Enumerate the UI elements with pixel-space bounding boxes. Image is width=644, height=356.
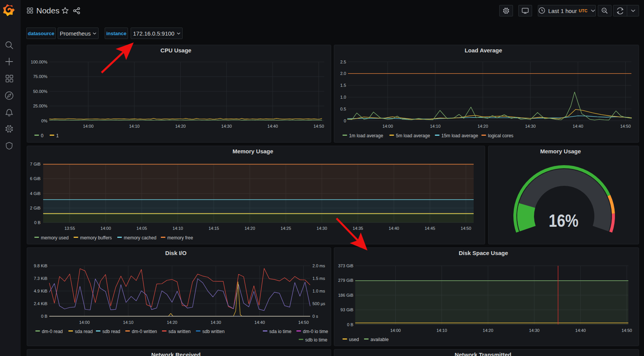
- svg-text:14:00: 14:00: [382, 124, 393, 128]
- svg-text:14:30: 14:30: [529, 328, 540, 333]
- svg-text:50.00%: 50.00%: [33, 89, 48, 94]
- svg-text:14:05: 14:05: [136, 226, 147, 231]
- svg-text:memory buffers: memory buffers: [80, 235, 112, 241]
- svg-text:14:20: 14:20: [477, 124, 488, 128]
- svg-text:14:20: 14:20: [244, 226, 255, 231]
- svg-text:14:40: 14:40: [267, 124, 278, 128]
- svg-text:14:25: 14:25: [281, 226, 291, 231]
- svg-text:sda written: sda written: [168, 329, 191, 334]
- svg-text:186 GiB: 186 GiB: [338, 293, 353, 297]
- svg-text:7 GiB: 7 GiB: [30, 162, 40, 166]
- svg-text:0%: 0%: [41, 119, 47, 123]
- svg-text:7.3 KiB: 7.3 KiB: [34, 276, 47, 281]
- svg-text:sdb written: sdb written: [202, 329, 225, 334]
- svg-text:14:40: 14:40: [575, 328, 586, 333]
- svg-text:14:30: 14:30: [525, 124, 536, 128]
- svg-text:Network Received: Network Received: [151, 351, 201, 356]
- svg-text:14:10: 14:10: [173, 226, 183, 231]
- svg-text:14:20: 14:20: [167, 320, 178, 325]
- svg-text:0.5: 0.5: [340, 107, 346, 111]
- svg-text:2 GiB: 2 GiB: [30, 206, 40, 210]
- svg-text:14:00: 14:00: [390, 328, 401, 333]
- svg-text:14:00: 14:00: [100, 226, 111, 231]
- svg-text:1.0 ms: 1.0 ms: [312, 289, 325, 293]
- svg-text:14:50: 14:50: [461, 226, 471, 231]
- svg-text:13:55: 13:55: [65, 226, 75, 231]
- svg-text:available: available: [371, 337, 389, 342]
- svg-text:sdb read: sdb read: [102, 329, 120, 334]
- svg-text:14:50: 14:50: [621, 328, 632, 333]
- svg-text:16%: 16%: [549, 210, 579, 231]
- svg-text:memory free: memory free: [167, 235, 193, 241]
- svg-text:14:45: 14:45: [425, 226, 435, 231]
- svg-text:14:00: 14:00: [83, 124, 94, 128]
- svg-text:25.00%: 25.00%: [33, 104, 48, 108]
- svg-text:14:35: 14:35: [353, 226, 363, 231]
- svg-text:14:30: 14:30: [221, 124, 232, 128]
- svg-text:Load Average: Load Average: [464, 47, 502, 54]
- svg-text:1.5: 1.5: [340, 83, 346, 88]
- svg-text:memory cached: memory cached: [124, 235, 156, 241]
- svg-text:0: 0: [41, 133, 44, 138]
- svg-text:0 B: 0 B: [34, 220, 40, 225]
- svg-text:14:20: 14:20: [483, 328, 494, 333]
- svg-text:500 µs: 500 µs: [312, 301, 325, 306]
- svg-text:279 GiB: 279 GiB: [338, 278, 353, 283]
- svg-text:Disk I/O: Disk I/O: [165, 250, 187, 256]
- svg-text:6 GiB: 6 GiB: [30, 176, 40, 181]
- svg-text:sda read: sda read: [75, 329, 93, 334]
- svg-text:14:40: 14:40: [254, 320, 265, 325]
- svg-text:14:30: 14:30: [317, 226, 327, 231]
- svg-text:93 GiB: 93 GiB: [340, 307, 353, 312]
- svg-text:1.5 ms: 1.5 ms: [312, 276, 325, 281]
- svg-text:Network Transmitted: Network Transmitted: [455, 351, 511, 356]
- svg-text:14:50: 14:50: [298, 320, 309, 325]
- svg-text:2.0: 2.0: [340, 71, 346, 76]
- svg-text:Memory Usage: Memory Usage: [233, 148, 273, 154]
- svg-text:75.00%: 75.00%: [33, 74, 48, 79]
- svg-text:14:10: 14:10: [129, 124, 140, 128]
- svg-text:100.00%: 100.00%: [31, 60, 48, 64]
- svg-text:logical cores: logical cores: [488, 133, 513, 138]
- svg-text:4.9 KiB: 4.9 KiB: [34, 289, 47, 293]
- svg-text:14:50: 14:50: [314, 124, 324, 128]
- svg-text:9.8 KiB: 9.8 KiB: [34, 263, 47, 268]
- svg-text:memory used: memory used: [41, 235, 69, 241]
- svg-text:0 s: 0 s: [312, 314, 318, 319]
- svg-text:14:00: 14:00: [79, 320, 90, 325]
- svg-text:1m load average: 1m load average: [349, 133, 383, 138]
- svg-text:15m load average: 15m load average: [442, 133, 478, 138]
- svg-text:0 B: 0 B: [41, 314, 47, 319]
- svg-text:sdb io time: sdb io time: [305, 337, 327, 343]
- svg-text:14:10: 14:10: [123, 320, 134, 325]
- svg-text:14:40: 14:40: [388, 226, 399, 231]
- svg-text:14:30: 14:30: [210, 320, 221, 325]
- svg-text:dm-0 read: dm-0 read: [42, 329, 63, 334]
- svg-text:14:40: 14:40: [573, 124, 583, 128]
- svg-text:1.0: 1.0: [340, 95, 346, 99]
- svg-text:373 GiB: 373 GiB: [338, 263, 353, 268]
- svg-text:2.5: 2.5: [340, 60, 346, 64]
- svg-text:4 GiB: 4 GiB: [30, 191, 40, 196]
- svg-text:0: 0: [344, 119, 346, 123]
- svg-text:14:10: 14:10: [437, 328, 447, 333]
- svg-text:5m load average: 5m load average: [396, 133, 430, 138]
- svg-text:1: 1: [56, 133, 59, 138]
- svg-text:dm-0 written: dm-0 written: [132, 329, 157, 334]
- svg-text:14:10: 14:10: [430, 124, 441, 128]
- svg-text:used: used: [349, 337, 359, 342]
- svg-text:14:50: 14:50: [620, 124, 631, 128]
- svg-text:0 B: 0 B: [347, 322, 353, 327]
- svg-text:2.0 ms: 2.0 ms: [312, 263, 325, 268]
- svg-text:sda io time: sda io time: [269, 329, 291, 334]
- svg-text:2.4 KiB: 2.4 KiB: [34, 301, 47, 306]
- svg-text:14:20: 14:20: [175, 124, 186, 128]
- svg-text:dm-0 io time: dm-0 io time: [303, 329, 328, 334]
- svg-text:Disk Space Usage: Disk Space Usage: [459, 250, 508, 256]
- svg-text:CPU Usage: CPU Usage: [160, 47, 191, 54]
- svg-text:14:15: 14:15: [209, 226, 219, 231]
- svg-text:Memory Usage: Memory Usage: [540, 148, 581, 154]
